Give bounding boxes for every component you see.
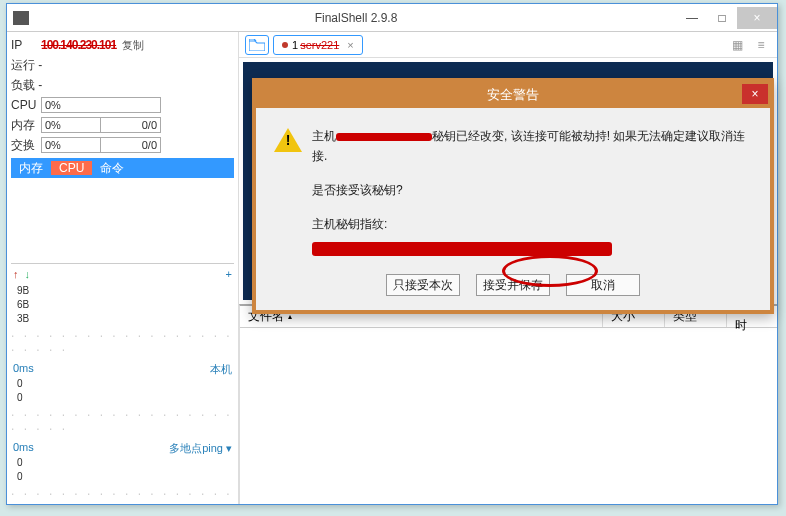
tab-name: serv221 [300,39,339,51]
chevron-down-icon: ▾ [226,442,232,454]
mem-total: 0/0 [101,117,161,133]
dialog-message: 主机秘钥已经改变, 该连接可能被劫持! 如果无法确定建议取消连接. 是否接受该秘… [312,126,752,258]
tab-mem[interactable]: 内存 [11,160,51,177]
tab-cmd[interactable]: 命令 [92,160,132,177]
tab-close-button[interactable]: × [347,39,353,51]
cpu-chart [11,178,234,264]
folder-icon[interactable] [245,35,269,55]
swap-pct: 0% [41,137,101,153]
file-pane-left: 文件名▴ 大小 类型 修改时 [239,304,777,504]
ip-label: IP [11,38,41,52]
up-arrow-icon: ↑ [13,268,19,280]
redacted-fingerprint [312,242,612,256]
sidebar: IP 100.140.230.101 复制 运行 - 负载 - CPU 0% 内… [7,32,239,504]
close-button[interactable]: × [737,7,777,29]
window-title: FinalShell 2.9.8 [35,11,677,25]
security-warning-dialog: 安全警告 × 主机秘钥已经改变, 该连接可能被劫持! 如果无法确定建议取消连接.… [252,78,774,314]
ping1-ms: 0ms [13,362,34,377]
ping2-label[interactable]: 多地点ping ▾ [169,441,232,456]
list-view-icon[interactable]: ≡ [751,37,771,53]
tab-cpu[interactable]: CPU [51,161,92,175]
status-dot-icon [282,42,288,48]
ip-value: 100.140.230.101 [41,38,116,52]
grid-view-icon[interactable]: ▦ [727,37,747,53]
dialog-titlebar[interactable]: 安全警告 × [256,82,770,108]
run-label: 运行 - [11,57,42,74]
accept-once-button[interactable]: 只接受本次 [386,274,460,296]
dialog-close-button[interactable]: × [742,84,768,104]
tab-index: 1 [292,39,298,51]
warning-icon [274,128,302,154]
swap-label: 交换 [11,137,41,154]
down-arrow-icon: ↓ [25,268,31,280]
cancel-button[interactable]: 取消 [566,274,640,296]
titlebar[interactable]: FinalShell 2.9.8 — □ × [7,4,777,32]
accept-and-save-button[interactable]: 接受并保存 [476,274,550,296]
maximize-button[interactable]: □ [707,7,737,29]
load-label: 负载 - [11,77,42,94]
swap-total: 0/0 [101,137,161,153]
ping2-ms: 0ms [13,441,34,456]
app-icon [13,11,29,25]
minimize-button[interactable]: — [677,7,707,29]
mem-label: 内存 [11,117,41,134]
plus-button[interactable]: + [226,268,232,280]
ping1-label[interactable]: 本机 [210,362,232,377]
cpu-label: CPU [11,98,41,112]
tabbar: 1 serv221 × ▦ ≡ [239,32,777,58]
mem-pct: 0% [41,117,101,133]
session-tab[interactable]: 1 serv221 × [273,35,363,55]
dialog-title: 安全警告 [487,86,539,104]
cpu-value: 0% [41,97,161,113]
redacted-host [336,133,432,141]
chart-dots: . . . . . . . . . . . . . . . . . . . . … [11,326,234,354]
net-y-labels: 9B 6B 3B [11,284,234,326]
sidebar-tabs: 内存 CPU 命令 [11,158,234,178]
copy-button[interactable]: 复制 [122,38,144,53]
